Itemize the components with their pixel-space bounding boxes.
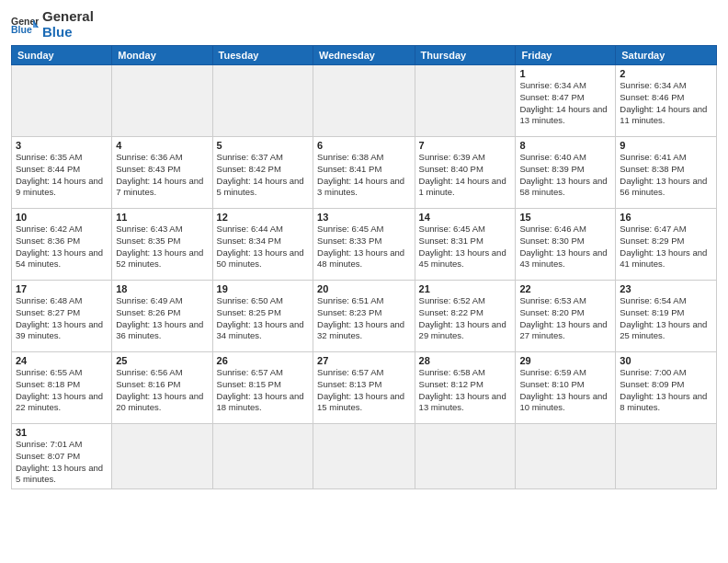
calendar-body: 1Sunrise: 6:34 AM Sunset: 8:47 PM Daylig… — [12, 65, 717, 489]
calendar-cell: 17Sunrise: 6:48 AM Sunset: 8:27 PM Dayli… — [12, 281, 112, 352]
calendar-week-5: 24Sunrise: 6:55 AM Sunset: 8:18 PM Dayli… — [12, 352, 717, 424]
calendar-cell — [415, 424, 516, 489]
day-number: 12 — [217, 212, 309, 223]
calendar-header: SundayMondayTuesdayWednesdayThursdayFrid… — [12, 46, 717, 65]
day-info: Sunrise: 6:37 AM Sunset: 8:42 PM Dayligh… — [217, 152, 309, 199]
day-number: 28 — [419, 355, 512, 366]
calendar-cell: 20Sunrise: 6:51 AM Sunset: 8:23 PM Dayli… — [313, 281, 415, 352]
logo-svg: General Blue — [11, 14, 39, 36]
calendar-cell: 19Sunrise: 6:50 AM Sunset: 8:25 PM Dayli… — [212, 281, 313, 352]
day-header-thursday: Thursday — [415, 46, 516, 65]
logo-general-text: General — [42, 9, 94, 25]
calendar-cell: 15Sunrise: 6:46 AM Sunset: 8:30 PM Dayli… — [516, 209, 616, 281]
day-info: Sunrise: 7:01 AM Sunset: 8:07 PM Dayligh… — [16, 439, 108, 486]
calendar-cell: 23Sunrise: 6:54 AM Sunset: 8:19 PM Dayli… — [616, 281, 717, 352]
day-info: Sunrise: 6:41 AM Sunset: 8:38 PM Dayligh… — [620, 152, 712, 199]
calendar-cell: 7Sunrise: 6:39 AM Sunset: 8:40 PM Daylig… — [415, 137, 516, 209]
day-number: 19 — [217, 283, 309, 294]
day-info: Sunrise: 6:55 AM Sunset: 8:18 PM Dayligh… — [16, 367, 108, 414]
day-number: 11 — [116, 212, 208, 223]
calendar-week-6: 31Sunrise: 7:01 AM Sunset: 8:07 PM Dayli… — [12, 424, 717, 489]
day-number: 6 — [317, 140, 411, 151]
calendar-cell — [415, 65, 516, 137]
day-header-friday: Friday — [516, 46, 616, 65]
day-number: 24 — [16, 355, 108, 366]
day-number: 8 — [519, 140, 611, 151]
calendar-cell: 14Sunrise: 6:45 AM Sunset: 8:31 PM Dayli… — [415, 209, 516, 281]
day-info: Sunrise: 6:50 AM Sunset: 8:25 PM Dayligh… — [217, 295, 309, 342]
day-info: Sunrise: 6:51 AM Sunset: 8:23 PM Dayligh… — [317, 295, 411, 342]
calendar-cell: 9Sunrise: 6:41 AM Sunset: 8:38 PM Daylig… — [616, 137, 717, 209]
day-info: Sunrise: 6:53 AM Sunset: 8:20 PM Dayligh… — [519, 295, 611, 342]
calendar-cell: 18Sunrise: 6:49 AM Sunset: 8:26 PM Dayli… — [112, 281, 212, 352]
calendar-cell: 29Sunrise: 6:59 AM Sunset: 8:10 PM Dayli… — [516, 352, 616, 424]
day-number: 21 — [419, 283, 512, 294]
day-info: Sunrise: 6:48 AM Sunset: 8:27 PM Dayligh… — [16, 295, 108, 342]
day-number: 5 — [217, 140, 309, 151]
calendar-cell: 16Sunrise: 6:47 AM Sunset: 8:29 PM Dayli… — [616, 209, 717, 281]
day-number: 25 — [116, 355, 208, 366]
day-number: 10 — [16, 212, 108, 223]
calendar-cell: 26Sunrise: 6:57 AM Sunset: 8:15 PM Dayli… — [212, 352, 313, 424]
day-number: 18 — [116, 283, 208, 294]
day-info: Sunrise: 6:35 AM Sunset: 8:44 PM Dayligh… — [16, 152, 108, 199]
calendar-cell — [516, 424, 616, 489]
day-number: 27 — [317, 355, 411, 366]
day-number: 14 — [419, 212, 512, 223]
day-header-tuesday: Tuesday — [212, 46, 313, 65]
calendar-week-4: 17Sunrise: 6:48 AM Sunset: 8:27 PM Dayli… — [12, 281, 717, 352]
calendar-cell: 5Sunrise: 6:37 AM Sunset: 8:42 PM Daylig… — [212, 137, 313, 209]
day-header-monday: Monday — [112, 46, 212, 65]
calendar-cell: 25Sunrise: 6:56 AM Sunset: 8:16 PM Dayli… — [112, 352, 212, 424]
day-info: Sunrise: 6:39 AM Sunset: 8:40 PM Dayligh… — [419, 152, 512, 199]
calendar-cell: 11Sunrise: 6:43 AM Sunset: 8:35 PM Dayli… — [112, 209, 212, 281]
calendar-cell — [112, 424, 212, 489]
calendar-cell: 8Sunrise: 6:40 AM Sunset: 8:39 PM Daylig… — [516, 137, 616, 209]
page-header: General Blue General Blue — [11, 9, 717, 40]
day-number: 22 — [519, 283, 611, 294]
day-info: Sunrise: 6:58 AM Sunset: 8:12 PM Dayligh… — [419, 367, 512, 414]
day-info: Sunrise: 7:00 AM Sunset: 8:09 PM Dayligh… — [620, 367, 712, 414]
day-info: Sunrise: 6:52 AM Sunset: 8:22 PM Dayligh… — [419, 295, 512, 342]
day-info: Sunrise: 6:34 AM Sunset: 8:47 PM Dayligh… — [519, 80, 611, 127]
day-number: 1 — [519, 68, 611, 79]
day-header-wednesday: Wednesday — [313, 46, 415, 65]
day-info: Sunrise: 6:43 AM Sunset: 8:35 PM Dayligh… — [116, 224, 208, 270]
day-number: 26 — [217, 355, 309, 366]
day-info: Sunrise: 6:44 AM Sunset: 8:34 PM Dayligh… — [217, 224, 309, 270]
day-info: Sunrise: 6:38 AM Sunset: 8:41 PM Dayligh… — [317, 152, 411, 199]
calendar-cell: 4Sunrise: 6:36 AM Sunset: 8:43 PM Daylig… — [112, 137, 212, 209]
day-info: Sunrise: 6:49 AM Sunset: 8:26 PM Dayligh… — [116, 295, 208, 342]
day-number: 29 — [519, 355, 611, 366]
day-info: Sunrise: 6:59 AM Sunset: 8:10 PM Dayligh… — [519, 367, 611, 414]
calendar-cell: 1Sunrise: 6:34 AM Sunset: 8:47 PM Daylig… — [516, 65, 616, 137]
day-info: Sunrise: 6:40 AM Sunset: 8:39 PM Dayligh… — [519, 152, 611, 199]
calendar-cell — [313, 424, 415, 489]
day-number: 16 — [620, 212, 712, 223]
day-header-sunday: Sunday — [12, 46, 112, 65]
calendar-cell: 30Sunrise: 7:00 AM Sunset: 8:09 PM Dayli… — [616, 352, 717, 424]
day-number: 7 — [419, 140, 512, 151]
calendar-cell — [12, 65, 112, 137]
calendar-cell: 21Sunrise: 6:52 AM Sunset: 8:22 PM Dayli… — [415, 281, 516, 352]
calendar-cell: 31Sunrise: 7:01 AM Sunset: 8:07 PM Dayli… — [12, 424, 112, 489]
calendar-week-1: 1Sunrise: 6:34 AM Sunset: 8:47 PM Daylig… — [12, 65, 717, 137]
calendar-cell — [313, 65, 415, 137]
day-info: Sunrise: 6:54 AM Sunset: 8:19 PM Dayligh… — [620, 295, 712, 342]
calendar-cell: 13Sunrise: 6:45 AM Sunset: 8:33 PM Dayli… — [313, 209, 415, 281]
calendar-cell — [112, 65, 212, 137]
day-number: 2 — [620, 68, 712, 79]
svg-text:Blue: Blue — [11, 24, 32, 35]
calendar-cell: 2Sunrise: 6:34 AM Sunset: 8:46 PM Daylig… — [616, 65, 717, 137]
day-info: Sunrise: 6:36 AM Sunset: 8:43 PM Dayligh… — [116, 152, 208, 199]
day-header-saturday: Saturday — [616, 46, 717, 65]
day-info: Sunrise: 6:47 AM Sunset: 8:29 PM Dayligh… — [620, 224, 712, 270]
calendar-cell: 12Sunrise: 6:44 AM Sunset: 8:34 PM Dayli… — [212, 209, 313, 281]
day-info: Sunrise: 6:45 AM Sunset: 8:31 PM Dayligh… — [419, 224, 512, 270]
logo-blue-text: Blue — [42, 25, 94, 40]
calendar-cell: 27Sunrise: 6:57 AM Sunset: 8:13 PM Dayli… — [313, 352, 415, 424]
day-number: 3 — [16, 140, 108, 151]
day-number: 31 — [16, 427, 108, 438]
calendar-cell — [616, 424, 717, 489]
day-number: 13 — [317, 212, 411, 223]
